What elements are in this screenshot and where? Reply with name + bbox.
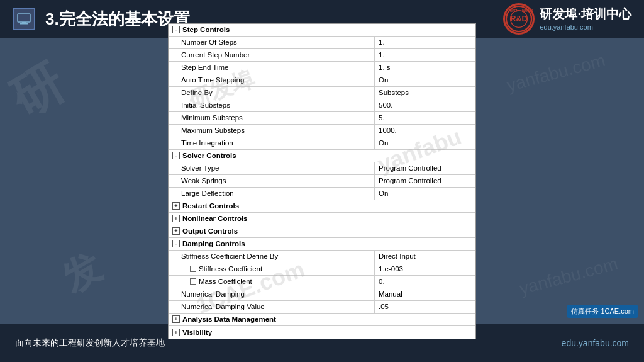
row-value: On (375, 188, 475, 200)
section-label: Output Controls (182, 227, 238, 235)
cae-badge: 仿真任务 1CAE.com (567, 305, 638, 318)
section-label: Analysis Data Management (182, 315, 276, 323)
row-value: Program Controlled (375, 175, 475, 187)
svg-text:OPEN: OPEN (510, 9, 519, 13)
row-label: Define By (169, 87, 375, 99)
footer-url: edu.yanfabu.com (562, 338, 629, 348)
watermark-url-bg: yanfabu.com (504, 50, 607, 96)
row-value: On (375, 74, 475, 86)
table-row: Current Step Number1. (169, 49, 475, 62)
logo-text: 研发埠·培训中心 edu.yanfabu.com (540, 5, 631, 32)
row-label: Stiffness Coefficient Define By (169, 251, 375, 263)
table-row: Number Of Steps1. (169, 37, 475, 49)
row-label: Initial Substeps (169, 99, 375, 111)
collapse-icon[interactable]: - (172, 240, 180, 247)
table-row: Minimum Substeps5. (169, 112, 475, 125)
header-left: 3.完全法的基本设置 (13, 8, 190, 30)
row-checkbox-label: Mass Coefficient (169, 276, 375, 288)
row-value: 1. s (375, 62, 475, 74)
settings-table: 研发埠 yanfabu 1CAE.com -Step ControlsNumbe… (168, 23, 476, 339)
watermark-3: 发 (53, 242, 111, 305)
footer-tagline: 面向未来的工程研发创新人才培养基地 (15, 337, 165, 349)
logo-area: R&D OPEN INNOVATION 研发埠·培训中心 edu.yanfabu… (503, 3, 631, 35)
checkbox[interactable] (190, 266, 196, 272)
table-row: +Output Controls (169, 225, 475, 238)
monitor-icon (13, 8, 35, 30)
row-value: 0. (375, 276, 475, 288)
row-value: Program Controlled (375, 162, 475, 174)
table-row: +Restart Controls (169, 200, 475, 213)
row-value: 500. (375, 99, 475, 111)
row-value: 5. (375, 112, 475, 124)
table-row: Initial Substeps500. (169, 99, 475, 112)
expand-icon[interactable]: + (172, 202, 180, 210)
table-row: Define BySubsteps (169, 87, 475, 99)
watermark-url-bg2: yanfabu.com (517, 254, 619, 299)
brand-name: 研发埠·培训中心 (540, 5, 631, 23)
row-label: Numerical Damping Value (169, 301, 375, 313)
table-row: Maximum Substeps1000. (169, 125, 475, 137)
logo-url: edu.yanfabu.com (540, 23, 631, 32)
row-value: 1.e-003 (375, 263, 475, 275)
row-label: Weak Springs (169, 175, 375, 187)
section-label: Damping Controls (182, 240, 245, 247)
main-content: 研 发 yanfabu.com yanfabu.com 研发埠 yanfabu … (0, 38, 644, 324)
table-row: Weak SpringsProgram Controlled (169, 175, 475, 188)
row-value: Direct Input (375, 251, 475, 263)
row-label: Auto Time Stepping (169, 74, 375, 86)
expand-icon[interactable]: + (172, 227, 180, 235)
row-checkbox-label: Stiffness Coefficient (169, 263, 375, 275)
row-value: 1. (375, 37, 475, 48)
section-label: Step Controls (182, 26, 230, 33)
table-row: Numerical DampingManual (169, 288, 475, 301)
row-label: Solver Type (169, 162, 375, 174)
svg-rect-1 (22, 22, 26, 23)
table-row: +Visibility (169, 326, 475, 339)
table-row: Solver TypeProgram Controlled (169, 162, 475, 175)
table-row: Stiffness Coefficient1.e-003 (169, 263, 475, 276)
table-row: -Step Controls (169, 24, 475, 37)
section-label: Restart Controls (182, 202, 239, 210)
table-row: Mass Coefficient0. (169, 276, 475, 288)
collapse-icon[interactable]: - (172, 26, 180, 33)
watermark-1: 研 (0, 48, 77, 133)
table-row: Auto Time SteppingOn (169, 74, 475, 87)
checkbox[interactable] (190, 278, 196, 285)
row-label: Number Of Steps (169, 37, 375, 48)
checkbox-text: Mass Coefficient (199, 278, 252, 285)
section-label: Visibility (182, 329, 212, 336)
table-row: Step End Time1. s (169, 62, 475, 74)
row-value: On (375, 137, 475, 149)
expand-icon[interactable]: + (172, 215, 180, 222)
table-row: +Analysis Data Management (169, 314, 475, 326)
table-row: +Nonlinear Controls (169, 213, 475, 225)
row-value: Manual (375, 288, 475, 300)
row-label: Maximum Substeps (169, 125, 375, 137)
table-row: -Solver Controls (169, 150, 475, 162)
row-label: Large Deflection (169, 188, 375, 200)
expand-icon[interactable]: + (172, 315, 180, 323)
row-label: Numerical Damping (169, 288, 375, 300)
table-row: Time IntegrationOn (169, 137, 475, 150)
table-row: Large DeflectionOn (169, 188, 475, 200)
expand-icon[interactable]: + (172, 329, 180, 336)
row-label: Step End Time (169, 62, 375, 74)
svg-rect-2 (20, 23, 28, 25)
row-label: Time Integration (169, 137, 375, 149)
table-row: Stiffness Coefficient Define ByDirect In… (169, 251, 475, 263)
svg-text:INNOVATION: INNOVATION (522, 9, 533, 13)
svg-text:R&D: R&D (511, 14, 528, 23)
table-row: Numerical Damping Value.05 (169, 301, 475, 314)
row-value: 1000. (375, 125, 475, 137)
row-label: Current Step Number (169, 49, 375, 61)
section-label: Nonlinear Controls (182, 215, 248, 222)
row-label: Minimum Substeps (169, 112, 375, 124)
svg-rect-0 (18, 14, 30, 22)
table-row: -Damping Controls (169, 238, 475, 251)
section-label: Solver Controls (182, 152, 236, 159)
collapse-icon[interactable]: - (172, 152, 180, 159)
rd-logo: R&D OPEN INNOVATION (503, 3, 535, 35)
row-value: 1. (375, 49, 475, 61)
row-value: Substeps (375, 87, 475, 99)
checkbox-text: Stiffness Coefficient (199, 265, 262, 273)
